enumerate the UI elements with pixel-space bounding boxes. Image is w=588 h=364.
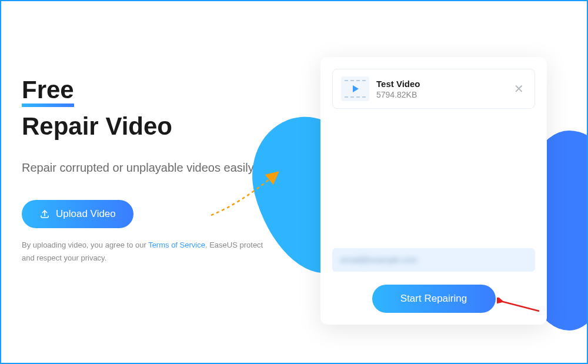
upload-panel: Test Video 5794.82KB ✕ email@example.com… [320, 57, 547, 325]
upload-button-label: Upload Video [56, 208, 116, 220]
subtitle: Repair corrupted or unplayable videos ea… [22, 158, 276, 178]
remove-file-button[interactable]: ✕ [512, 81, 526, 97]
app-container: Free Repair Video Repair corrupted or un… [1, 1, 587, 363]
heading-repair: Repair Video [22, 114, 276, 139]
close-icon: ✕ [514, 82, 524, 95]
file-name: Test Video [376, 79, 505, 89]
upload-icon [39, 209, 50, 219]
terms-prefix: By uploading video, you agree to our [22, 241, 148, 249]
video-thumbnail-icon [341, 76, 369, 101]
file-item: Test Video 5794.82KB ✕ [332, 69, 535, 109]
left-panel: Free Repair Video Repair corrupted or un… [1, 1, 276, 363]
heading-free: Free [22, 78, 74, 102]
upload-video-button[interactable]: Upload Video [22, 200, 133, 228]
file-info: Test Video 5794.82KB [376, 79, 505, 99]
terms-text: By uploading video, you agree to our Ter… [22, 239, 276, 265]
file-size: 5794.82KB [376, 90, 505, 99]
start-repairing-button[interactable]: Start Repairing [372, 285, 496, 313]
terms-of-service-link[interactable]: Terms of Service [148, 241, 205, 249]
panel-spacer [332, 109, 535, 248]
blurred-placeholder: email@example.com [340, 255, 417, 265]
email-input[interactable]: email@example.com [332, 248, 535, 272]
